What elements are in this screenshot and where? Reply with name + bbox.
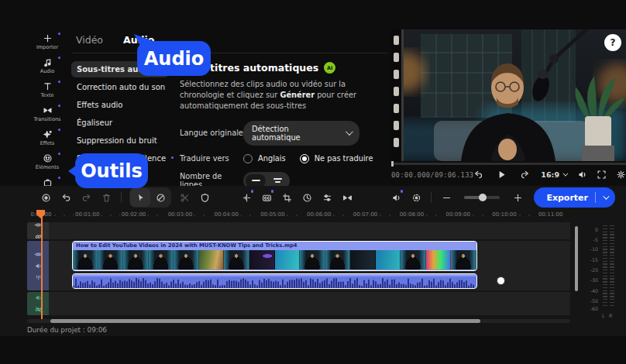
thumbnail-frame — [350, 250, 376, 270]
timeline: Exporter 0:00:0000:01:0000:02:0000:03:00… — [0, 186, 626, 336]
meter-channel-label: R — [609, 313, 612, 318]
track2-lane[interactable]: How to Edit YouTube Videos in 2024 with … — [49, 241, 570, 290]
tool-list-item[interactable]: Effets audio — [71, 97, 169, 113]
project-duration: Durée du projet : 09:06 — [27, 326, 107, 334]
sidebar-item-transitions[interactable]: Transitions — [28, 103, 67, 125]
track3-lane[interactable] — [49, 292, 570, 315]
timecode: 00:00.000/09:06.133 — [391, 171, 473, 179]
captions-icon[interactable] — [256, 188, 277, 207]
track1-lane[interactable] — [49, 222, 570, 239]
cut-icon[interactable] — [174, 188, 194, 207]
meter-scale-label: -50 — [590, 298, 598, 304]
fullscreen-icon[interactable] — [597, 170, 607, 180]
music-note-icon — [43, 57, 53, 67]
pointer-tool-icon[interactable] — [130, 188, 150, 207]
notification-dot — [171, 156, 174, 159]
step-forward-icon[interactable] — [520, 170, 530, 180]
tool-list-item[interactable]: Suppression du bruit — [71, 132, 169, 149]
zoom-slider[interactable] — [464, 196, 500, 199]
clip-audio-waveform[interactable] — [72, 273, 477, 289]
notification-dot — [58, 33, 60, 35]
zoom-slider-handle[interactable] — [479, 194, 487, 201]
timeline-ruler[interactable]: 0:00:0000:01:0000:02:0000:03:0000:04:000… — [0, 209, 573, 221]
transition-icon[interactable] — [337, 188, 357, 207]
sidebar-item-importer[interactable]: Importer — [28, 31, 67, 53]
thumbnail-frame — [426, 250, 452, 270]
sidebar-item-effets[interactable]: Effets — [28, 127, 67, 149]
panel-tabs: VidéoAudio — [71, 31, 387, 53]
zoom-in-icon[interactable] — [507, 188, 528, 207]
thumbnail-frame — [376, 250, 401, 270]
volume-icon[interactable] — [577, 170, 587, 180]
track1-header[interactable] — [27, 222, 49, 239]
ruler-label: 00:04:00 — [212, 211, 239, 218]
play-button[interactable] — [497, 170, 507, 180]
audio-level-icon[interactable] — [236, 188, 256, 207]
track3-header[interactable] — [27, 292, 49, 315]
video-preview: ? — [391, 29, 626, 161]
notification-dot — [58, 105, 60, 107]
delete-icon[interactable] — [96, 188, 116, 207]
ruler-label: 00:06:00 — [305, 211, 332, 218]
language-dropdown[interactable]: Détection automatique — [243, 121, 359, 146]
ruler-label: 00:07:00 — [352, 211, 379, 218]
thumbnail-frame — [300, 250, 325, 270]
marker-icon[interactable] — [194, 188, 215, 207]
thumbnail-frame — [199, 250, 225, 270]
ruler-label: 00:05:00 — [259, 211, 286, 218]
seek-handle[interactable] — [391, 161, 394, 167]
notification-dot — [58, 129, 60, 131]
video-frame — [391, 29, 626, 161]
speed-icon[interactable] — [297, 188, 317, 207]
ruler-label: 00:08:00 — [398, 211, 425, 218]
chevron-down-icon — [562, 171, 568, 177]
translate-label: Traduire vers — [180, 154, 243, 163]
audio-level-meter: 0-5-10-15-20-30-40-50-60LR — [581, 222, 617, 318]
properties-icon[interactable] — [317, 188, 337, 207]
notification-dot — [271, 190, 274, 193]
preview-controls: 00:00.000/09:06.133 16:9 — [391, 170, 626, 180]
smiley-icon — [43, 153, 53, 163]
clip-thumbnails — [73, 250, 476, 270]
video-clip[interactable]: How to Edit YouTube Videos in 2024 with … — [72, 241, 477, 271]
undo-icon[interactable] — [56, 188, 76, 207]
sidebar-item-texte[interactable]: Texte — [28, 79, 67, 101]
crop-icon[interactable] — [277, 188, 297, 207]
track2-header[interactable] — [27, 241, 49, 290]
playhead-line — [41, 211, 43, 319]
ruler-label: 00:11:00 — [537, 211, 564, 218]
thumbnail-frame — [73, 250, 98, 270]
notification-dot — [58, 57, 60, 59]
thumbnail-frame — [275, 250, 301, 270]
export-button[interactable]: Exporter — [534, 187, 615, 208]
aspect-ratio-select[interactable]: 16:9 — [541, 170, 566, 179]
tool-list-item[interactable]: Correction auto du son — [71, 79, 169, 95]
vertical-scrollbar[interactable] — [575, 226, 578, 291]
plus-icon — [43, 33, 53, 43]
record-icon[interactable] — [36, 188, 56, 207]
no-overwrite-icon[interactable] — [150, 188, 170, 207]
radio-anglais[interactable]: Anglais — [243, 154, 286, 163]
ruler-label: 00:10:00 — [490, 211, 518, 218]
redo-icon[interactable] — [76, 188, 96, 207]
thumbnail-frame — [249, 250, 275, 270]
sidebar-item-audio[interactable]: Audio — [28, 55, 67, 77]
tool-list-item[interactable]: Égaliseur — [71, 115, 169, 131]
track-row-3 — [27, 292, 570, 315]
gear-icon[interactable] — [616, 170, 626, 180]
radio-ne-pas-traduire[interactable]: Ne pas traduire — [300, 154, 373, 163]
zoom-out-icon[interactable] — [436, 188, 456, 207]
motion-icon[interactable] — [406, 188, 426, 207]
tracks: How to Edit YouTube Videos in 2024 with … — [27, 222, 570, 317]
preview-seekbar[interactable] — [391, 163, 626, 165]
radio-circle-icon — [300, 154, 309, 163]
meter-channel-label: L — [602, 313, 605, 318]
tab-video[interactable]: Vidéo — [76, 34, 103, 46]
clip-trim-handle[interactable] — [497, 277, 504, 284]
horizontal-scrollbar[interactable] — [50, 319, 480, 323]
step-back-icon[interactable] — [473, 170, 483, 180]
text-icon — [43, 81, 53, 91]
help-button[interactable]: ? — [604, 34, 621, 51]
sidebar-item-elements[interactable]: Éléments — [28, 151, 67, 173]
clip-volume-icon[interactable] — [386, 188, 406, 207]
